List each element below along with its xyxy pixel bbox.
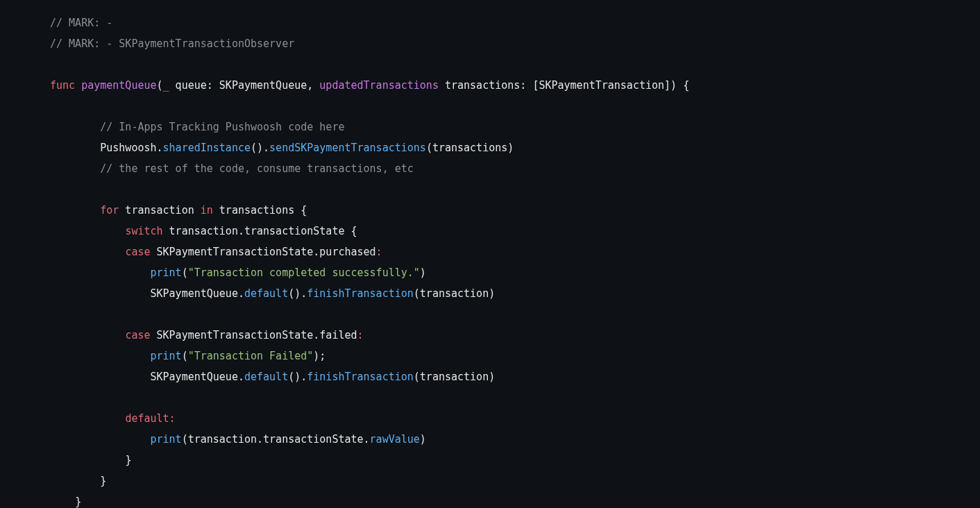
indent <box>50 371 151 383</box>
punct: ; <box>319 350 326 362</box>
kw-for: for <box>100 204 119 217</box>
kw-default: default <box>125 412 169 425</box>
punct: ) <box>313 350 319 362</box>
string: "Transaction Failed" <box>188 350 314 362</box>
line: } <box>50 475 106 487</box>
punct: ( <box>182 266 188 279</box>
call: finishTransaction <box>307 287 414 300</box>
line: // MARK: - SKPaymentTransactionObserver <box>50 37 294 50</box>
kw-case: case <box>125 329 150 341</box>
line: switch transaction.transactionState { <box>50 225 357 237</box>
brace: } <box>75 496 81 508</box>
keyword-func: func <box>50 79 75 92</box>
call: sendSKPaymentTransactions <box>269 142 426 154</box>
punct: (). <box>288 371 307 383</box>
comment: // MARK: - <box>50 17 112 29</box>
id: transaction <box>119 204 200 217</box>
code-block: // MARK: - // MARK: - SKPaymentTransacti… <box>0 0 980 508</box>
indent <box>50 412 125 425</box>
indent <box>50 287 151 300</box>
punct: (transaction) <box>414 371 495 383</box>
indent <box>50 433 151 446</box>
line: SKPaymentQueue.default().finishTransacti… <box>50 287 495 300</box>
indent <box>50 266 151 279</box>
kw-switch: switch <box>125 225 162 237</box>
line: print("Transaction completed successfull… <box>50 266 426 279</box>
line: case SKPaymentTransactionState.purchased… <box>50 246 382 258</box>
punct: ( <box>157 79 163 92</box>
fn-name: paymentQueue <box>81 79 156 92</box>
id: SKPaymentTransactionState.failed <box>151 329 357 341</box>
line: // In-Apps Tracking Pushwoosh code here <box>50 121 344 133</box>
punct: (transaction.transactionState. <box>182 433 370 446</box>
line: print(transaction.transactionState.rawVa… <box>50 433 426 446</box>
indent <box>50 121 100 133</box>
line: func paymentQueue(_ queue: SKPaymentQueu… <box>50 79 689 92</box>
arg-label: updatedTransactions <box>319 79 439 92</box>
call: sharedInstance <box>163 142 251 154</box>
indent <box>50 350 151 362</box>
id: transactions { <box>213 204 307 217</box>
id: SKPaymentQueue. <box>151 371 244 383</box>
indent <box>50 204 100 217</box>
comment: // In-Apps Tracking Pushwoosh code here <box>100 121 344 133</box>
sig: transactions: [SKPaymentTransaction]) { <box>439 79 689 92</box>
indent <box>50 454 125 466</box>
line: Pushwoosh.sharedInstance().sendSKPayment… <box>50 142 514 154</box>
indent <box>50 329 125 341</box>
colon: : <box>169 412 176 425</box>
punct: ) <box>420 266 426 279</box>
colon: : <box>357 329 364 341</box>
line: print("Transaction Failed"); <box>50 350 326 362</box>
kw-in: in <box>201 204 213 217</box>
id: SKPaymentQueue. <box>151 287 244 300</box>
indent <box>50 475 100 487</box>
call-print: print <box>151 266 182 279</box>
punct: ( <box>182 350 188 362</box>
line: case SKPaymentTransactionState.failed: <box>50 329 364 341</box>
string: "Transaction completed successfully." <box>188 266 420 279</box>
brace: } <box>125 454 131 466</box>
call-print: print <box>151 433 182 446</box>
id: SKPaymentTransactionState.purchased <box>151 246 376 258</box>
id: transaction.transactionState { <box>163 225 357 237</box>
punct: (transactions) <box>426 142 514 154</box>
call: default <box>244 371 288 383</box>
indent <box>50 142 100 154</box>
line: SKPaymentQueue.default().finishTransacti… <box>50 371 495 383</box>
call-print: print <box>151 350 182 362</box>
line: } <box>50 496 81 508</box>
comment: // MARK: - SKPaymentTransactionObserver <box>50 37 294 50</box>
punct: (transaction) <box>414 287 495 300</box>
prop: rawValue <box>370 433 420 446</box>
indent <box>50 246 125 258</box>
indent <box>50 225 125 237</box>
line: default: <box>50 412 176 425</box>
line: // MARK: - <box>50 17 112 29</box>
id: Pushwoosh. <box>100 142 162 154</box>
sig: queue: SKPaymentQueue, <box>169 79 320 92</box>
call: finishTransaction <box>307 371 414 383</box>
punct: (). <box>251 142 269 154</box>
kw-case: case <box>125 246 150 258</box>
line: for transaction in transactions { <box>50 204 307 217</box>
comment: // the rest of the code, consume transac… <box>100 162 414 175</box>
line: } <box>50 454 131 466</box>
brace: } <box>100 475 106 487</box>
line: // the rest of the code, consume transac… <box>50 162 414 175</box>
punct: ) <box>420 433 426 446</box>
punct: (). <box>288 287 307 300</box>
colon: : <box>376 246 382 258</box>
underscore: _ <box>163 79 169 92</box>
indent <box>50 496 75 508</box>
indent <box>50 162 100 175</box>
call: default <box>244 287 288 300</box>
